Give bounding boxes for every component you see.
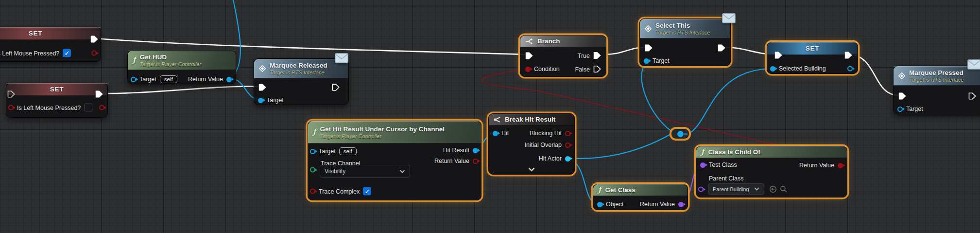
- selected-building-output-pin[interactable]: [847, 66, 853, 72]
- node-title: Break Hit Result: [505, 116, 555, 123]
- pin-label: Hit: [501, 130, 509, 137]
- node-title: SET: [29, 30, 43, 37]
- node-subtitle: Target is Player Controller: [139, 61, 201, 67]
- hit-actor-pin[interactable]: [565, 156, 570, 161]
- bool-checkbox-checked[interactable]: [363, 187, 371, 196]
- node-set-lmb-false[interactable]: SET Is Left Mouse Pressed?: [6, 83, 108, 118]
- exec-out-pin[interactable]: [90, 36, 98, 43]
- node-header: Break Hit Result: [489, 114, 574, 125]
- node-header: SET: [0, 27, 101, 40]
- dropdown-value: Parent Building: [713, 186, 749, 192]
- node-title: Select This: [655, 22, 710, 29]
- target-pin[interactable]: [310, 149, 315, 154]
- exec-out-pin[interactable]: [332, 84, 340, 91]
- node-header: ƒ Get Class: [593, 184, 688, 196]
- exec-out-pin[interactable]: [95, 90, 103, 98]
- exec-in-pin[interactable]: [525, 52, 533, 59]
- exec-in-pin[interactable]: [774, 52, 782, 59]
- reroute-node[interactable]: [670, 127, 691, 141]
- chevron-down-icon: [399, 170, 405, 173]
- target-pin[interactable]: [897, 107, 903, 112]
- true-row: True: [578, 52, 601, 59]
- exec-in-pin[interactable]: [898, 92, 906, 100]
- return-row: Return Value: [434, 158, 478, 164]
- node-marquee-pressed[interactable]: Marquee Pressed Target is RTS Interface …: [893, 66, 980, 114]
- trace-channel-dropdown[interactable]: Visibility: [320, 165, 410, 178]
- node-get-class[interactable]: ƒ Get Class Object Return Value: [593, 184, 688, 210]
- wire-exec-set-false-to-marquee-released[interactable]: [103, 86, 259, 93]
- hit-result-pin[interactable]: [473, 148, 478, 153]
- pin-label: Test Class: [709, 161, 737, 168]
- target-row: Target: [897, 106, 923, 112]
- wire-object-reroute-to-selected-building[interactable]: [691, 69, 770, 132]
- exec-out-pin[interactable]: [844, 52, 852, 59]
- node-class-is-child-of[interactable]: ƒ Class Is Child Of Test Class Return Va…: [696, 146, 847, 197]
- initial-overlap-pin[interactable]: [565, 143, 570, 148]
- return-value-pin[interactable]: [473, 159, 478, 164]
- node-select-this[interactable]: Select This Target is RTS Interface Targ…: [639, 18, 731, 66]
- bool-checkbox-unchecked[interactable]: [84, 104, 92, 112]
- parent-class-pin[interactable]: [698, 187, 704, 192]
- target-pin[interactable]: [131, 77, 136, 82]
- exec-out-pin[interactable]: [718, 44, 725, 52]
- use-selected-icon[interactable]: [769, 185, 777, 193]
- node-marquee-released[interactable]: Marquee Released Target is RTS Interface…: [254, 58, 349, 105]
- node-break-hit-result[interactable]: Break Hit Result Hit Blocking Hit Initia…: [488, 113, 575, 175]
- node-set-lmb-true[interactable]: SET Is Left Mouse Pressed?: [0, 27, 101, 62]
- pin-label: Target: [267, 97, 284, 104]
- target-pin[interactable]: [258, 98, 263, 103]
- exec-pin-icon: [332, 84, 340, 91]
- pin-label: Target: [319, 148, 336, 155]
- target-pin[interactable]: [644, 58, 649, 64]
- node-set-selected-building[interactable]: SET Selected Building: [767, 42, 858, 74]
- bool-output-pin[interactable]: [91, 51, 97, 56]
- node-get-hud[interactable]: ƒ Get HUD Target is Player Controller Ta…: [127, 50, 236, 84]
- message-envelope-icon: [967, 59, 980, 72]
- expand-pins-chevron-icon[interactable]: [528, 167, 535, 172]
- exec-in-pin[interactable]: [258, 84, 266, 91]
- pin-label: Trace Complex: [319, 188, 360, 195]
- branch-icon: [525, 38, 533, 45]
- variable-output-row: [99, 105, 104, 110]
- wire-object-hitactor-to-reroute[interactable]: [567, 134, 671, 159]
- return-row: Return Value: [799, 162, 843, 169]
- node-title: SET: [50, 86, 64, 93]
- return-value-pin[interactable]: [838, 163, 843, 168]
- exec-false-pin[interactable]: [593, 66, 601, 73]
- parent-class-pin-row: [698, 187, 704, 192]
- bool-input-pin[interactable]: [8, 105, 14, 110]
- bool-output-pin[interactable]: [99, 105, 104, 110]
- trace-channel-pin[interactable]: [310, 167, 315, 173]
- pin-label: Object: [606, 201, 623, 208]
- return-value-pin[interactable]: [678, 202, 684, 207]
- blueprint-canvas[interactable]: SET Is Left Mouse Pressed? SET Is Left M…: [0, 0, 980, 233]
- self-default-box[interactable]: self: [339, 147, 357, 155]
- variable-input-row: Is Left Mouse Pressed?: [8, 104, 92, 112]
- parent-class-dropdown[interactable]: Parent Building: [708, 183, 764, 195]
- bool-checkbox-checked[interactable]: [63, 49, 71, 57]
- object-pin[interactable]: [597, 202, 602, 207]
- self-default-box[interactable]: self: [160, 75, 177, 83]
- node-title: Get HUD: [139, 54, 201, 61]
- exec-out-pin[interactable]: [968, 92, 976, 100]
- browse-search-icon[interactable]: [780, 185, 788, 193]
- node-get-hit-result[interactable]: ƒ Get Hit Result Under Cursor by Channel…: [308, 121, 481, 200]
- blocking-hit-pin[interactable]: [565, 131, 570, 136]
- hit-pin[interactable]: [493, 131, 498, 136]
- node-header: SET: [6, 83, 107, 96]
- pin-label: Return Value: [799, 162, 834, 169]
- object-row: Object: [597, 201, 623, 208]
- node-branch[interactable]: Branch Condition True False: [520, 35, 606, 77]
- wire-object-reroute-to-selectthis-target[interactable]: [641, 60, 671, 131]
- condition-pin[interactable]: [525, 67, 531, 72]
- test-class-pin[interactable]: [700, 162, 705, 168]
- exec-in-pin[interactable]: [7, 90, 15, 98]
- trace-complex-pin[interactable]: [310, 189, 315, 194]
- node-header: Select This Target is RTS Interface: [640, 19, 730, 38]
- exec-true-pin[interactable]: [593, 52, 601, 59]
- return-value-pin[interactable]: [226, 77, 232, 82]
- pin-label: Return Value: [188, 76, 223, 83]
- selected-building-input-pin[interactable]: [770, 66, 775, 72]
- reroute-pin[interactable]: [677, 131, 684, 137]
- exec-in-pin[interactable]: [645, 44, 653, 52]
